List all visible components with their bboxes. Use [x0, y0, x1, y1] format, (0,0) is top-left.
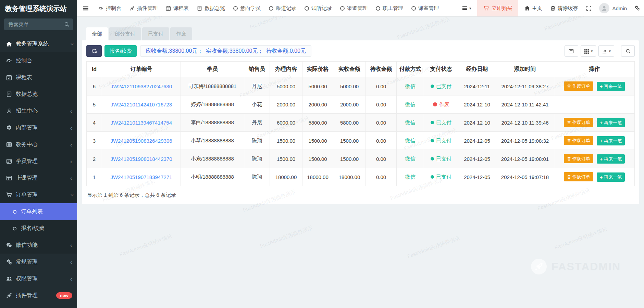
- cell-date: 2024-12-05: [458, 150, 496, 168]
- cell-price: 5800.00: [302, 114, 333, 132]
- cell-date: 2024-12-05: [458, 132, 496, 150]
- toggle-view-button[interactable]: [565, 45, 578, 57]
- col-actions: 操作: [554, 62, 635, 77]
- cell-id: 1: [87, 168, 102, 186]
- sidebar-item-academic-center[interactable]: 教务中心 ‹: [0, 136, 77, 153]
- cart-icon: [483, 5, 489, 11]
- order-again-button[interactable]: +再来一笔: [597, 82, 625, 91]
- sidebar-toggle-button[interactable]: [77, 0, 94, 16]
- top-navbar: 控制台 插件管理 课程表 数据总览 意向学员 跟进记录: [77, 0, 644, 16]
- caret-down-icon: ▾: [469, 6, 471, 11]
- tab-paid[interactable]: 已支付: [142, 27, 169, 40]
- chevron-down-icon: ‹: [68, 43, 74, 45]
- cell-id: 6: [87, 77, 102, 95]
- nav-item-channels[interactable]: 渠道管理: [336, 0, 372, 16]
- circle-icon: [340, 6, 345, 11]
- amount-summary: 应收金额:33800.00元； 实收金额:33800.00元； 待收金额:0.0…: [140, 45, 311, 57]
- sidebar-item-general[interactable]: 常规管理 ‹: [0, 254, 77, 270]
- tab-all[interactable]: 全部: [86, 27, 108, 40]
- col-date: 经办日期: [458, 62, 496, 77]
- void-order-button[interactable]: 作废订单: [564, 136, 593, 145]
- chevron-left-icon: ‹: [70, 242, 72, 248]
- sidebar-item-classes[interactable]: 上课管理 ‹: [0, 170, 77, 187]
- sidebar-item-label: 权限管理: [16, 275, 70, 282]
- nav-item-follow-records[interactable]: 跟进记录: [265, 0, 300, 16]
- void-order-button[interactable]: 作废订单: [564, 172, 593, 181]
- refresh-button[interactable]: [86, 45, 102, 57]
- circle-icon: [12, 209, 17, 214]
- cell-pay-method: 微信: [397, 150, 424, 168]
- nav-item-audition-records[interactable]: 试听记录: [300, 0, 336, 16]
- sidebar-item-enroll-renew[interactable]: 报名/续费: [0, 220, 77, 237]
- nav-list-dropdown[interactable]: ▾: [458, 0, 475, 16]
- order-again-button[interactable]: +再来一笔: [597, 154, 625, 164]
- nav-item-intent-students[interactable]: 意向学员: [229, 0, 265, 16]
- tab-partial-paid[interactable]: 部分支付: [109, 27, 141, 40]
- clear-cache-button[interactable]: 清除缓存: [546, 0, 582, 16]
- status-dot: [431, 85, 434, 88]
- order-again-button[interactable]: +再来一笔: [597, 136, 625, 145]
- nav-item-home[interactable]: 主页: [520, 0, 546, 16]
- sidebar-item-order-list[interactable]: 订单列表: [0, 203, 77, 220]
- buy-now-button[interactable]: 立即购买: [477, 0, 518, 16]
- order-no-link[interactable]: JW2412051908326429306: [110, 138, 172, 144]
- sidebar-item-data-overview[interactable]: 数据总览: [0, 86, 77, 103]
- cell-price: 1500.00: [302, 132, 333, 150]
- nav-item-timetable[interactable]: 课程表: [162, 0, 193, 16]
- sidebar-search-input[interactable]: [4, 18, 73, 30]
- cell-pay-method: 微信: [397, 168, 424, 186]
- sidebar-item-label: 微信功能: [16, 242, 70, 249]
- columns-button[interactable]: ▾: [581, 45, 596, 57]
- fullscreen-button[interactable]: [582, 0, 596, 16]
- col-created: 添加时间: [496, 62, 554, 77]
- tab-void[interactable]: 作废: [170, 27, 192, 40]
- cell-price: 18000.00: [302, 168, 333, 186]
- plus-icon: +: [600, 139, 603, 143]
- sidebar-item-orders[interactable]: 订单管理 ‹: [0, 187, 77, 203]
- nav-item-addons[interactable]: 插件管理: [125, 0, 162, 16]
- cell-actions: 作废订单 +再来一笔: [554, 132, 635, 150]
- order-no-link[interactable]: JW2412101139467414754: [111, 120, 172, 126]
- trash-icon: [567, 157, 571, 161]
- cell-received: 5800.00: [333, 114, 366, 132]
- sidebar-item-edu-system[interactable]: 教务管理系统 ‹: [0, 36, 77, 52]
- nav-item-dashboard[interactable]: 控制台: [94, 0, 125, 16]
- sidebar-item-timetable[interactable]: 课程表: [0, 69, 77, 86]
- sidebar-item-dashboard[interactable]: 控制台: [0, 52, 77, 69]
- sidebar-item-addons[interactable]: 插件管理 new: [0, 287, 77, 304]
- settings-button[interactable]: [630, 0, 644, 16]
- caret-down-icon: ▾: [591, 49, 593, 53]
- sidebar-item-admissions[interactable]: 招生中心 ‹: [0, 103, 77, 119]
- void-order-button[interactable]: 作废订单: [564, 154, 593, 163]
- sidebar-item-permissions[interactable]: 权限管理 ‹: [0, 270, 77, 287]
- enroll-renew-button[interactable]: 报名/续费: [104, 45, 137, 57]
- cell-created: 2024-12-11 09:38:27: [496, 77, 554, 95]
- search-button[interactable]: [621, 45, 635, 57]
- void-order-button[interactable]: 作废订单: [564, 118, 593, 127]
- order-no-link[interactable]: JW2412051907183947271: [110, 174, 172, 180]
- chevron-left-icon: ‹: [70, 259, 72, 265]
- cell-pay-status: 已支付: [424, 132, 458, 150]
- sidebar-item-wechat[interactable]: 微信功能 ‹: [0, 237, 77, 254]
- circle-icon: [376, 6, 380, 11]
- void-order-button[interactable]: 作废订单: [564, 81, 593, 91]
- nav-item-data-overview[interactable]: 数据总览: [193, 0, 229, 16]
- status-dot: [431, 139, 434, 142]
- order-no-link[interactable]: JW2412101142410716723: [111, 102, 172, 107]
- export-button[interactable]: ▾: [598, 45, 614, 57]
- cell-pay-status: 已支付: [424, 77, 458, 95]
- nav-item-staff[interactable]: 职工管理: [372, 0, 407, 16]
- order-again-button[interactable]: +再来一笔: [597, 172, 625, 182]
- sidebar-item-internal[interactable]: 内部管理 ‹: [0, 119, 77, 136]
- order-no-link[interactable]: JW2412110938270247630: [111, 84, 172, 89]
- cell-pay-method: 微信: [397, 132, 424, 150]
- col-pending: 待收金额: [366, 62, 397, 77]
- order-again-button[interactable]: +再来一笔: [597, 118, 625, 127]
- sidebar: 教务管理系统演示站 教务管理系统 ‹ 控制台 课程表: [0, 0, 77, 308]
- nav-item-classrooms[interactable]: 课室管理: [407, 0, 443, 16]
- order-no-link[interactable]: JW2412051908018442370: [110, 156, 172, 162]
- user-menu[interactable]: Admin: [596, 0, 630, 16]
- sidebar-item-students[interactable]: 学员管理 ‹: [0, 153, 77, 170]
- refresh-icon: [91, 48, 97, 54]
- cell-id: 3: [87, 132, 102, 150]
